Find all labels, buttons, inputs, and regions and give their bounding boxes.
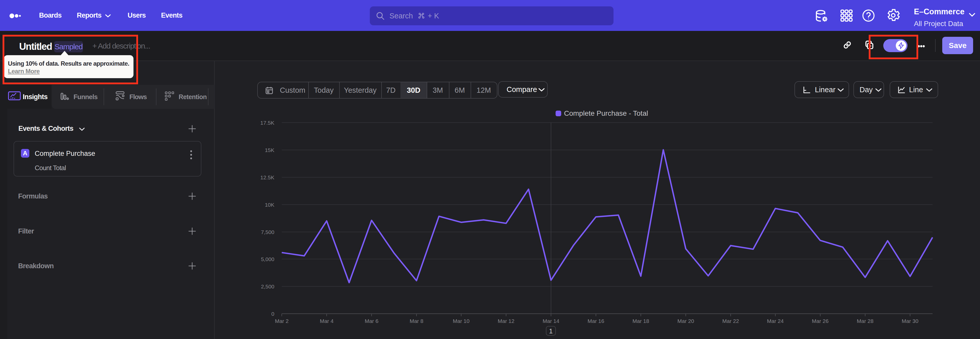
svg-text:7,500: 7,500	[261, 229, 274, 235]
svg-text:2,500: 2,500	[261, 283, 274, 289]
svg-text:Mar 30: Mar 30	[902, 318, 918, 324]
svg-text:Mar 12: Mar 12	[498, 318, 514, 324]
svg-text:5,000: 5,000	[261, 256, 274, 262]
svg-text:10K: 10K	[265, 202, 274, 208]
svg-text:Mar 22: Mar 22	[722, 318, 739, 324]
svg-text:Mar 8: Mar 8	[410, 318, 423, 324]
svg-text:Mar 26: Mar 26	[812, 318, 829, 324]
svg-text:Mar 28: Mar 28	[857, 318, 873, 324]
svg-text:12.5K: 12.5K	[260, 174, 274, 181]
svg-text:15K: 15K	[265, 147, 274, 153]
svg-text:Mar 20: Mar 20	[677, 318, 694, 324]
svg-text:Mar 10: Mar 10	[453, 318, 469, 324]
svg-text:Mar 16: Mar 16	[587, 318, 604, 324]
svg-text:Mar 18: Mar 18	[632, 318, 649, 324]
svg-text:0: 0	[271, 311, 274, 317]
svg-text:Mar 24: Mar 24	[767, 318, 784, 324]
svg-text:Mar 4: Mar 4	[320, 318, 334, 324]
svg-text:17.5K: 17.5K	[260, 120, 274, 126]
svg-text:Mar 2: Mar 2	[275, 318, 289, 324]
svg-text:Mar 6: Mar 6	[365, 318, 379, 324]
svg-text:Mar 14: Mar 14	[542, 318, 559, 324]
